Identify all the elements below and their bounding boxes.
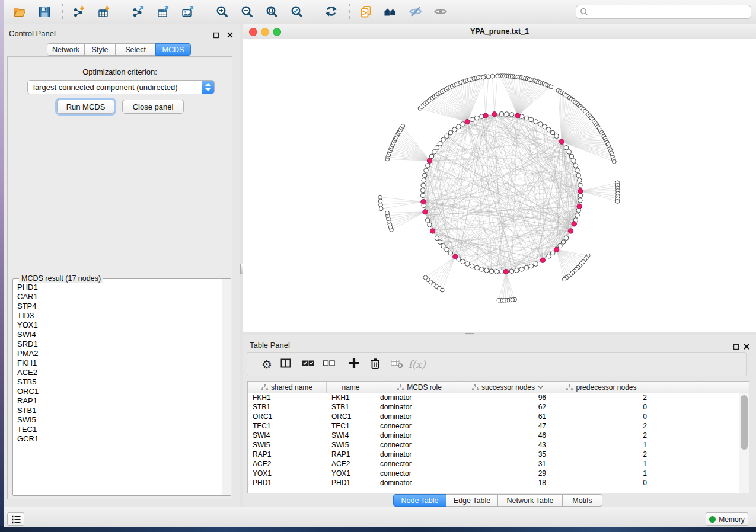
table-cell[interactable]: dominator (375, 478, 464, 488)
network-node[interactable] (549, 85, 553, 89)
close-panel-button[interactable]: Close panel (122, 100, 184, 114)
network-node[interactable] (519, 267, 524, 272)
table-cell[interactable]: SWI5 (327, 440, 375, 450)
table-row[interactable]: PHD1PHD1dominator180 (248, 478, 739, 488)
table-cell[interactable]: PHD1 (248, 478, 327, 488)
network-node[interactable] (484, 268, 489, 273)
network-node[interactable] (441, 243, 446, 248)
result-list-item[interactable]: SWI4 (13, 330, 222, 339)
table-cell[interactable]: 1 (551, 440, 652, 450)
apply-preferred-layout-button[interactable] (321, 2, 342, 21)
network-node[interactable] (441, 137, 446, 142)
result-list-item[interactable]: ACE2 (13, 368, 222, 377)
network-graph[interactable] (243, 39, 756, 332)
log-console-button[interactable] (7, 512, 24, 526)
column-header-name[interactable]: name (327, 382, 375, 393)
network-node[interactable] (524, 116, 529, 120)
network-node[interactable] (423, 275, 428, 280)
network-node[interactable] (470, 117, 474, 122)
network-node[interactable] (495, 270, 499, 274)
zoom-selected-button[interactable] (286, 2, 308, 21)
tab-edge-table[interactable]: Edge Table (446, 494, 498, 507)
deselect-all-button[interactable] (321, 356, 337, 373)
network-node[interactable] (423, 173, 428, 178)
network-node[interactable] (421, 183, 426, 188)
table-cell[interactable]: 46 (464, 431, 551, 440)
table-cell[interactable]: STB1 (248, 402, 327, 412)
table-cell[interactable]: YOX1 (327, 469, 375, 478)
first-neighbors-button[interactable] (380, 2, 401, 21)
result-list-item[interactable]: RAP1 (13, 396, 222, 406)
tab-select[interactable]: Select (115, 43, 156, 56)
table-cell[interactable]: 0 (551, 412, 652, 421)
table-row[interactable]: YOX1YOX1connector291 (248, 469, 739, 478)
table-cell[interactable]: 1 (551, 459, 652, 469)
network-node[interactable] (515, 268, 519, 273)
table-cell[interactable]: connector (375, 459, 464, 469)
network-node-selected[interactable] (559, 139, 564, 144)
table-cell[interactable]: dominator (375, 402, 464, 412)
tab-mcds[interactable]: MCDS (155, 43, 191, 56)
network-node[interactable] (569, 154, 574, 159)
network-node[interactable] (425, 218, 430, 223)
table-cell[interactable]: 61 (464, 412, 551, 421)
network-node[interactable] (481, 75, 486, 79)
table-cell[interactable]: 2 (551, 421, 652, 431)
table-row[interactable]: SWI5SWI5connector431 (248, 440, 739, 450)
table-cell[interactable]: ACE2 (327, 459, 375, 469)
network-node[interactable] (554, 134, 559, 139)
network-node[interactable] (452, 127, 457, 132)
network-node[interactable] (489, 269, 494, 274)
table-cell[interactable]: ORC1 (248, 412, 327, 421)
table-cell[interactable]: SWI4 (248, 431, 327, 440)
network-node[interactable] (499, 111, 504, 116)
network-node[interactable] (529, 117, 534, 122)
gear-button[interactable]: ⚙ (259, 356, 275, 373)
table-cell[interactable]: 18 (464, 478, 551, 488)
result-list-item[interactable]: GCR1 (13, 434, 222, 444)
column-header-shared-name[interactable]: shared name (248, 382, 327, 393)
add-button[interactable] (346, 356, 362, 373)
zoom-fit-button[interactable] (261, 2, 283, 21)
network-node[interactable] (612, 159, 616, 164)
network-node[interactable] (379, 207, 383, 211)
network-node[interactable] (480, 267, 484, 272)
network-node[interactable] (572, 159, 576, 164)
column-header-predecessor-nodes[interactable]: predecessor nodes (551, 382, 652, 393)
network-node[interactable] (534, 120, 538, 124)
search-field[interactable] (576, 5, 751, 19)
network-node[interactable] (524, 265, 529, 270)
network-node-selected[interactable] (430, 229, 435, 233)
new-network-from-selection-button[interactable] (355, 2, 377, 21)
result-list-item[interactable]: PMA2 (13, 349, 222, 358)
network-node[interactable] (509, 113, 514, 117)
float-panel-icon[interactable] (733, 342, 739, 348)
network-node[interactable] (578, 178, 582, 182)
export-image-button[interactable] (177, 2, 199, 21)
result-list-item[interactable]: SWI5 (13, 415, 222, 425)
network-node[interactable] (422, 178, 426, 182)
network-node[interactable] (445, 134, 449, 139)
network-node-selected[interactable] (483, 113, 488, 118)
network-node[interactable] (497, 298, 501, 302)
network-node[interactable] (428, 223, 432, 227)
table-cell[interactable]: connector (375, 421, 464, 431)
columns-button[interactable] (277, 356, 294, 373)
network-node[interactable] (438, 142, 442, 146)
table-cell[interactable]: ORC1 (327, 412, 375, 421)
table-cell[interactable]: 62 (464, 402, 551, 412)
table-cell[interactable]: YOX1 (248, 469, 327, 478)
table-row[interactable]: STB1STB1dominator620 (248, 402, 739, 412)
result-list-item[interactable]: CAR1 (13, 292, 222, 302)
memory-button[interactable]: Memory (706, 512, 748, 526)
table-cell[interactable]: ACE2 (248, 459, 327, 469)
network-node-selected[interactable] (465, 119, 470, 124)
table-cell[interactable]: dominator (375, 450, 464, 459)
result-list-item[interactable]: STB5 (13, 377, 222, 387)
network-node[interactable] (547, 254, 551, 259)
table-cell[interactable]: 2 (551, 450, 652, 459)
result-list-item[interactable]: FKH1 (13, 358, 222, 368)
network-node[interactable] (567, 150, 572, 155)
network-node[interactable] (509, 269, 514, 274)
network-node[interactable] (432, 150, 437, 155)
